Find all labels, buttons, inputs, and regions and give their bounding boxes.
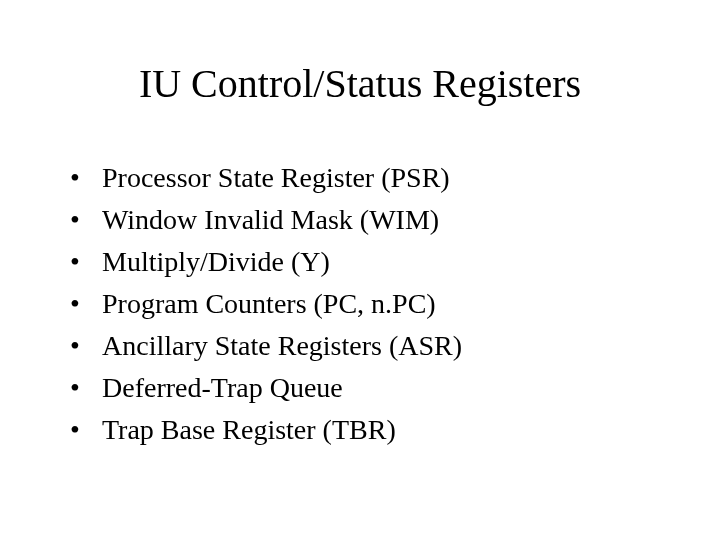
list-item: • Deferred-Trap Queue (70, 367, 660, 409)
bullet-list: • Processor State Register (PSR) • Windo… (70, 157, 660, 451)
list-item: • Trap Base Register (TBR) (70, 409, 660, 451)
list-item-text: Ancillary State Registers (ASR) (102, 330, 462, 361)
list-item: • Multiply/Divide (Y) (70, 241, 660, 283)
slide-title: IU Control/Status Registers (60, 60, 660, 107)
list-item-text: Processor State Register (PSR) (102, 162, 450, 193)
list-item-text: Deferred-Trap Queue (102, 372, 343, 403)
list-item-text: Trap Base Register (TBR) (102, 414, 396, 445)
list-item-text: Multiply/Divide (Y) (102, 246, 330, 277)
bullet-icon: • (70, 199, 80, 241)
bullet-icon: • (70, 367, 80, 409)
list-item-text: Program Counters (PC, n.PC) (102, 288, 436, 319)
bullet-icon: • (70, 241, 80, 283)
list-item: • Ancillary State Registers (ASR) (70, 325, 660, 367)
bullet-icon: • (70, 283, 80, 325)
list-item: • Program Counters (PC, n.PC) (70, 283, 660, 325)
bullet-icon: • (70, 325, 80, 367)
list-item: • Processor State Register (PSR) (70, 157, 660, 199)
bullet-icon: • (70, 409, 80, 451)
list-item-text: Window Invalid Mask (WIM) (102, 204, 439, 235)
list-item: • Window Invalid Mask (WIM) (70, 199, 660, 241)
bullet-icon: • (70, 157, 80, 199)
slide: IU Control/Status Registers • Processor … (0, 0, 720, 540)
